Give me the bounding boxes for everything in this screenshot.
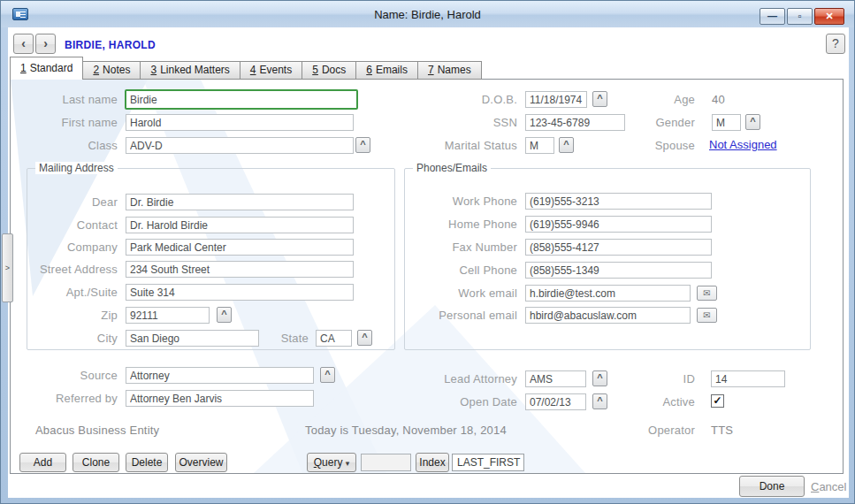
work-email-send-button[interactable]: ✉ (697, 286, 717, 301)
referred-by-input[interactable] (126, 390, 314, 407)
overview-button[interactable]: Overview (175, 453, 227, 472)
referred-by-label: Referred by (11, 392, 118, 405)
tab-names[interactable]: 7Names (417, 61, 482, 80)
zip-input[interactable] (126, 307, 210, 324)
standard-tab-panel: Last name First name Class ^ D.O.B. ^ Ag… (10, 79, 844, 474)
id-label: ID (576, 372, 695, 386)
class-input[interactable] (126, 137, 354, 154)
done-button[interactable]: Done (739, 476, 805, 497)
tab-notes[interactable]: 2Notes (82, 61, 141, 80)
chevron-left-icon: ‹ (21, 36, 26, 50)
previous-record-button[interactable]: ‹ (13, 34, 34, 54)
title-bar: Name: Birdie, Harold — ▫ ✕ (1, 1, 854, 27)
active-checkbox[interactable]: ✓ (711, 394, 724, 408)
company-input[interactable] (126, 239, 354, 256)
contact-label: Contact (11, 218, 118, 232)
street-address-input[interactable] (126, 261, 354, 278)
open-date-label: Open Date (400, 395, 517, 409)
company-label: Company (11, 241, 118, 254)
envelope-icon: ✉ (703, 310, 710, 320)
clone-button[interactable]: Clone (73, 453, 119, 472)
work-email-input[interactable] (525, 285, 691, 302)
help-button[interactable]: ? (826, 34, 845, 54)
home-phone-label: Home Phone (400, 218, 517, 231)
spouse-link[interactable]: Not Assigned (709, 138, 777, 151)
window-title: Name: Birdie, Harold (374, 8, 481, 21)
dob-label: D.O.B. (400, 93, 517, 106)
first-name-input[interactable] (126, 114, 354, 131)
query-button[interactable]: Query ▾ (307, 453, 356, 472)
tab-strip: 1Standard 2Notes 3Linked Matters 4Events… (11, 57, 482, 80)
lookup-icon: ^ (750, 116, 755, 126)
check-icon: ✓ (713, 394, 721, 407)
lookup-icon: ^ (324, 369, 330, 379)
query-filter-input[interactable] (361, 454, 411, 471)
close-button[interactable]: ✕ (814, 8, 844, 25)
tab-docs[interactable]: 5Docs (302, 61, 356, 80)
source-lookup-button[interactable]: ^ (320, 367, 335, 383)
delete-button[interactable]: Delete (126, 453, 168, 472)
lookup-icon: ^ (362, 332, 367, 342)
index-value-field[interactable]: LAST_FIRST (452, 454, 524, 471)
marital-status-label: Marital Status (400, 139, 517, 152)
fax-number-input[interactable] (525, 239, 712, 256)
last-name-label: Last name (11, 93, 118, 106)
personal-email-label: Personal email (400, 309, 517, 322)
client-area: ‹ › BIRDIE, HAROLD ? 1Standard 2Notes 3L… (8, 27, 849, 498)
personal-email-input[interactable] (525, 307, 691, 324)
lookup-icon: ^ (360, 139, 365, 149)
cell-phone-label: Cell Phone (400, 263, 517, 277)
id-input[interactable] (711, 370, 785, 387)
maximize-button[interactable]: ▫ (787, 8, 813, 25)
cell-phone-input[interactable] (525, 262, 712, 279)
personal-email-send-button[interactable]: ✉ (697, 308, 717, 323)
apt-suite-input[interactable] (126, 284, 354, 301)
maximize-icon: ▫ (798, 11, 802, 21)
fax-number-label: Fax Number (400, 241, 517, 254)
class-lookup-button[interactable]: ^ (355, 137, 370, 153)
help-icon: ? (832, 36, 839, 50)
ssn-label: SSN (400, 116, 517, 129)
dropdown-caret-icon: ▾ (346, 459, 350, 468)
gender-input[interactable] (712, 114, 741, 131)
dear-input[interactable] (126, 194, 354, 210)
gender-lookup-button[interactable]: ^ (745, 114, 760, 130)
work-phone-input[interactable] (525, 193, 712, 210)
entity-note: Abacus Business Entity (35, 424, 159, 437)
zip-lookup-button[interactable]: ^ (217, 307, 232, 323)
add-button[interactable]: Add (19, 453, 66, 472)
age-value: 40 (712, 93, 725, 106)
last-name-input[interactable] (125, 89, 358, 110)
dear-label: Dear (11, 195, 118, 209)
record-name: BIRDIE, HAROLD (65, 39, 156, 51)
side-panel-expander[interactable]: > (2, 233, 13, 302)
index-button[interactable]: Index (416, 453, 449, 472)
minimize-icon: — (767, 11, 777, 21)
first-name-label: First name (11, 116, 118, 129)
tab-events[interactable]: 4Events (240, 61, 302, 80)
tab-emails[interactable]: 6Emails (355, 61, 418, 80)
next-record-button[interactable]: › (35, 34, 56, 54)
state-lookup-button[interactable]: ^ (357, 330, 372, 346)
state-input[interactable] (316, 330, 352, 347)
active-label: Active (576, 395, 695, 409)
cancel-link[interactable]: Cancel (811, 480, 846, 493)
minimize-button[interactable]: — (760, 8, 785, 25)
envelope-icon: ✉ (703, 288, 710, 298)
close-icon: ✕ (825, 11, 833, 21)
tab-standard[interactable]: 1Standard (10, 57, 83, 80)
marital-status-input[interactable] (525, 137, 554, 154)
marital-lookup-button[interactable]: ^ (559, 137, 574, 153)
spouse-label: Spouse (576, 139, 695, 152)
source-input[interactable] (126, 367, 314, 384)
operator-label: Operator (576, 424, 695, 437)
contact-input[interactable] (126, 217, 354, 233)
state-label: State (267, 332, 309, 345)
chevron-right-icon: › (43, 36, 48, 50)
tab-linked-matters[interactable]: 3Linked Matters (140, 61, 240, 80)
lookup-icon: ^ (563, 139, 569, 149)
city-input[interactable] (126, 330, 259, 347)
source-label: Source (11, 369, 118, 382)
home-phone-input[interactable] (525, 216, 712, 233)
window-controls: — ▫ ✕ (760, 8, 844, 25)
